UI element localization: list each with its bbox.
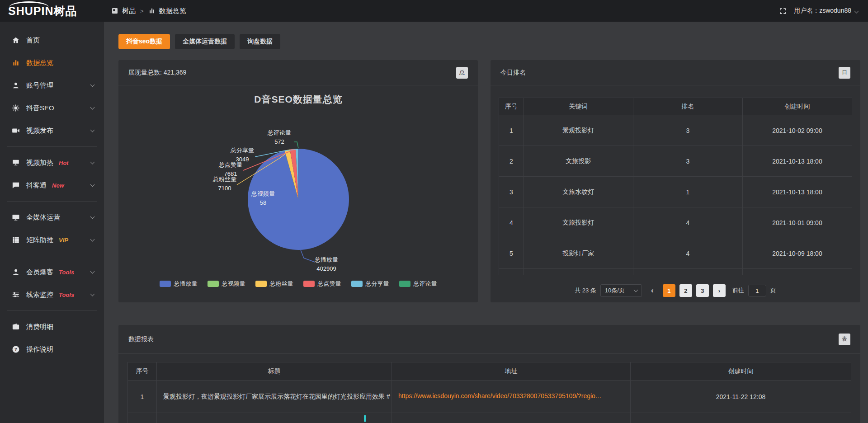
- sidebar-item-matrix-boost[interactable]: 矩阵助推VIP: [0, 229, 104, 251]
- legend-item[interactable]: 总点赞量: [303, 280, 341, 288]
- table-cell: 2021-10-13 18:00: [742, 177, 852, 207]
- breadcrumb-item-home[interactable]: 树品: [122, 7, 136, 15]
- sidebar-item-label: 矩阵助推: [26, 236, 53, 244]
- chevron-down-icon: [90, 237, 95, 242]
- sidebar-item-label: 抖客通: [26, 181, 47, 190]
- member-icon: [12, 268, 20, 276]
- sidebar-item-home[interactable]: 首页: [0, 29, 104, 52]
- sidebar-item-video-heating[interactable]: 视频加热Hot: [0, 151, 104, 174]
- table-cell: 3: [499, 177, 524, 207]
- column-header: 地址: [392, 362, 631, 381]
- legend-item[interactable]: 总评论量: [399, 280, 437, 288]
- legend-item[interactable]: 总粉丝量: [255, 280, 293, 288]
- table-cell: 2021-10-13 18:00: [742, 146, 852, 177]
- next-page-button[interactable]: ›: [713, 284, 726, 297]
- overview-card-title: 展现量总数: 421,369: [128, 69, 186, 77]
- sidebar-divider: [7, 146, 97, 147]
- sidebar-item-douyin-seo[interactable]: 抖音SEO: [0, 97, 104, 119]
- legend-item[interactable]: 总分享量: [351, 280, 389, 288]
- sidebar-item-video-publish[interactable]: 视频发布: [0, 119, 104, 142]
- tab-media-operation-data[interactable]: 全媒体运营数据: [175, 34, 235, 49]
- question-icon: ?: [12, 345, 20, 353]
- legend-swatch: [351, 281, 363, 287]
- sidebar-item-label: 数据总览: [26, 59, 53, 67]
- table-cell: 3: [633, 146, 742, 177]
- table-row: 1景观投影灯32021-10-02 09:00: [499, 115, 852, 146]
- table-row: 2文旅投影32021-10-13 18:00: [499, 146, 852, 177]
- svg-text:?: ?: [14, 347, 17, 352]
- legend-label: 总分享量: [366, 280, 389, 288]
- table-cell: 1: [633, 177, 742, 207]
- page-button-3[interactable]: 3: [696, 284, 709, 297]
- bar-chart-icon: [12, 59, 20, 67]
- sidebar-item-label: 全媒体运营: [26, 213, 60, 222]
- tab-inquiry-data[interactable]: 询盘数据: [240, 34, 280, 49]
- page-button-2[interactable]: 2: [679, 284, 692, 297]
- sidebar-item-label: 线索监控: [26, 291, 53, 299]
- table-row: 1景观投影灯，夜游景观投影灯厂家展示展示落花灯在花园里的灯光投影应用效果 #ht…: [128, 381, 851, 413]
- billboard-icon: [12, 159, 20, 167]
- table-cell: 4: [499, 207, 524, 238]
- table-cell: [157, 413, 392, 423]
- legend-label: 总点赞量: [318, 280, 341, 288]
- sliders-icon: [12, 291, 20, 299]
- goto-page-input[interactable]: [748, 285, 766, 296]
- table-row: 5投影灯厂家42021-10-09 18:00: [499, 238, 852, 269]
- total-view-button[interactable]: 总: [456, 67, 468, 79]
- video-link[interactable]: https://www.iesdouyin.com/share/video/70…: [398, 392, 602, 400]
- video-camera-icon: [12, 127, 20, 135]
- prev-page-button[interactable]: ‹: [646, 284, 659, 297]
- column-header: 排名: [633, 98, 742, 115]
- table-cell: 景观投影灯: [524, 115, 633, 146]
- sidebar-item-all-media-operation[interactable]: 全媒体运营: [0, 206, 104, 229]
- table-cell: 文旅投影: [524, 146, 633, 177]
- page: SHUPIN树品 树品 > 数据总览 用户名：zswodun88 首页数据总览账…: [0, 0, 868, 423]
- gear-icon: [12, 104, 20, 112]
- sidebar-divider: [7, 256, 97, 256]
- tab-douyin-seo-data[interactable]: 抖音seo数据: [118, 34, 170, 49]
- svg-text:7681: 7681: [224, 170, 237, 177]
- legend-label: 总播放量: [174, 280, 198, 288]
- topbar-right: 用户名：zswodun88: [779, 7, 868, 15]
- table-cell: 4: [633, 238, 742, 269]
- legend-item[interactable]: 总视频量: [208, 280, 245, 288]
- clipped-table-row: [499, 269, 852, 276]
- table-cell: 文旅投影灯: [524, 207, 633, 238]
- sidebar-item-label: 会员爆客: [26, 268, 53, 277]
- table-row: 3文旅水纹灯12021-10-13 18:00: [499, 177, 852, 207]
- table-cell: 景观投影灯，夜游景观投影灯厂家展示展示落花灯在花园里的灯光投影应用效果 #: [157, 381, 392, 413]
- svg-text:7100: 7100: [218, 185, 231, 192]
- chat-icon: [12, 181, 20, 189]
- table-cell: 2021-11-22 12:08: [631, 381, 851, 413]
- table-cell: 1: [128, 381, 157, 413]
- sidebar-item-member-baoke[interactable]: 会员爆客Tools: [0, 261, 104, 283]
- page-button-1[interactable]: 1: [663, 284, 675, 297]
- user-icon: [12, 81, 20, 89]
- ranking-table-wrap: 序号关键词排名创建时间1景观投影灯32021-10-02 09:002文旅投影3…: [499, 98, 852, 275]
- ranking-card: 今日排名 日 序号关键词排名创建时间1景观投影灯32021-10-02 09:0…: [491, 60, 860, 302]
- legend-swatch: [208, 281, 219, 287]
- sidebar-item-consumption-detail[interactable]: 消费明细: [0, 315, 104, 338]
- svg-text:总播放量: 总播放量: [314, 256, 338, 263]
- page-size-select[interactable]: 10条/页: [600, 284, 642, 297]
- sidebar-item-lead-monitor[interactable]: 线索监控Tools: [0, 283, 104, 306]
- sidebar-item-label: 视频加热: [26, 159, 53, 167]
- day-view-button[interactable]: 日: [839, 67, 850, 79]
- svg-text:58: 58: [260, 199, 266, 206]
- sidebar-item-douketong[interactable]: 抖客通New: [0, 174, 104, 197]
- chevron-down-icon: [90, 215, 95, 219]
- sidebar-item-account-management[interactable]: 账号管理: [0, 74, 104, 97]
- fullscreen-icon[interactable]: [779, 7, 787, 15]
- sidebar-item-label: 消费明细: [26, 323, 53, 331]
- table-view-button[interactable]: 表: [839, 334, 850, 345]
- username-dropdown[interactable]: 用户名：zswodun88: [794, 7, 858, 15]
- sidebar-item-data-overview[interactable]: 数据总览: [0, 52, 104, 74]
- logo-arc-decoration: [9, 1, 49, 7]
- column-header: 序号: [128, 362, 157, 381]
- sidebar-item-operation-guide[interactable]: ?操作说明: [0, 338, 104, 361]
- legend-swatch: [399, 281, 410, 287]
- table-cell: 投影灯厂家: [524, 238, 633, 269]
- legend-item[interactable]: 总播放量: [160, 280, 198, 288]
- chevron-down-icon: [90, 160, 95, 164]
- table-cell: [499, 269, 524, 276]
